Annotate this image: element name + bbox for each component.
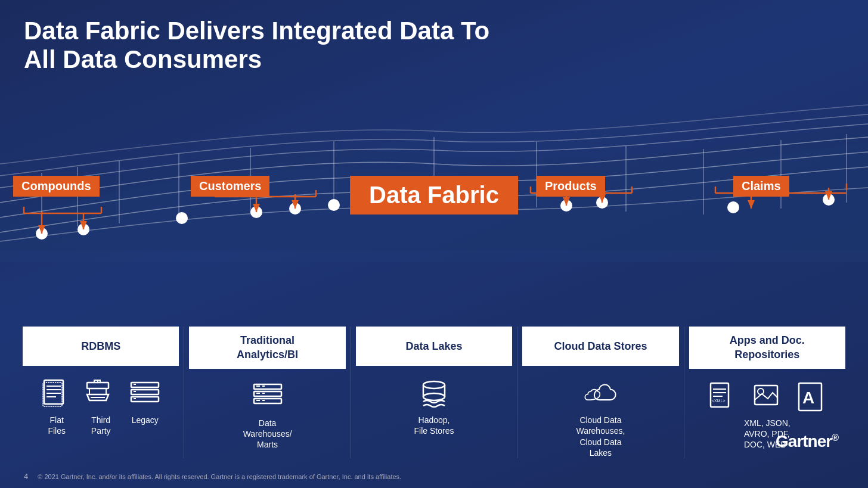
col-icons-analytics: DataWarehouses/Marts xyxy=(243,381,292,450)
svg-text:<XML>: <XML> xyxy=(712,399,726,403)
xml-doc-icon: <XML> xyxy=(707,381,739,413)
image-doc-icon xyxy=(751,381,783,413)
fabric-area: Compounds Customers Products Claims Data… xyxy=(0,83,868,262)
col-icons-rdbms: FlatFiles ThirdParty xyxy=(41,378,161,436)
icon-data-warehouses: DataWarehouses/Marts xyxy=(243,381,292,450)
legacy-icon xyxy=(129,378,161,410)
svg-rect-82 xyxy=(711,383,728,407)
svg-point-17 xyxy=(328,199,340,211)
slide: Data Fabric Delivers Integrated Data To … xyxy=(0,0,868,488)
gartner-logo: Gartner® xyxy=(776,432,838,451)
icon-legacy: Legacy xyxy=(129,378,161,425)
icon-third-party: ThirdParty xyxy=(85,378,117,436)
icon-flat-files: FlatFiles xyxy=(41,378,73,436)
slide-title: Data Fabric Delivers Integrated Data To … xyxy=(24,17,513,74)
data-warehouses-icon xyxy=(252,381,284,413)
svg-rect-50 xyxy=(44,380,63,404)
footer-left: 4 © 2021 Gartner, Inc. and/or its affili… xyxy=(24,472,401,481)
svg-rect-87 xyxy=(755,386,777,405)
icon-image-doc xyxy=(751,381,783,413)
fabric-center-label: Data Fabric xyxy=(350,176,518,215)
footer: 4 © 2021 Gartner, Inc. and/or its affili… xyxy=(24,472,844,481)
gartner-logo-area: Gartner® xyxy=(776,432,838,451)
legacy-label: Legacy xyxy=(132,415,159,425)
hadoop-icon xyxy=(418,378,450,410)
cloud-data-icon xyxy=(584,378,616,410)
column-analytics: TraditionalAnalytics/BI Da xyxy=(184,327,350,458)
col-header-analytics: TraditionalAnalytics/BI xyxy=(189,327,345,369)
badge-compounds: Compounds xyxy=(13,176,100,197)
bottom-section: RDBMS FlatFiles xyxy=(18,327,850,458)
svg-point-88 xyxy=(758,388,764,394)
copyright-text: © 2021 Gartner, Inc. and/or its affiliat… xyxy=(38,473,401,480)
flat-files-icon xyxy=(41,378,73,410)
icon-xml-doc: <XML> xyxy=(707,381,739,413)
icon-text-doc: A xyxy=(795,381,827,413)
column-cloud-stores: Cloud Data Stores Cloud DataWarehouses,C… xyxy=(517,327,683,458)
third-party-icon xyxy=(85,378,117,410)
col-icons-cloud-stores: Cloud DataWarehouses,Cloud DataLakes xyxy=(576,378,625,458)
column-data-lakes: Data Lakes Hadoop,File Stores xyxy=(351,327,517,458)
svg-point-81 xyxy=(423,393,445,400)
svg-point-20 xyxy=(727,201,739,213)
cloud-data-label: Cloud DataWarehouses,Cloud DataLakes xyxy=(576,415,625,458)
svg-point-14 xyxy=(176,212,188,224)
icon-cloud-data: Cloud DataWarehouses,Cloud DataLakes xyxy=(576,378,625,458)
svg-rect-56 xyxy=(87,383,108,388)
hadoop-label: Hadoop,File Stores xyxy=(414,415,454,436)
badge-customers: Customers xyxy=(191,176,269,197)
col-icons-apps-docs: <XML> A xyxy=(707,381,827,413)
data-warehouses-label: DataWarehouses/Marts xyxy=(243,418,292,450)
svg-point-78 xyxy=(423,381,445,388)
text-doc-icon: A xyxy=(795,381,827,413)
column-rdbms: RDBMS FlatFiles xyxy=(18,327,184,458)
badge-claims: Claims xyxy=(733,176,789,197)
col-icons-data-lakes: Hadoop,File Stores xyxy=(414,378,454,436)
page-number: 4 xyxy=(24,472,28,481)
third-party-label: ThirdParty xyxy=(91,415,111,436)
flat-files-label: FlatFiles xyxy=(48,415,66,436)
col-header-rdbms: RDBMS xyxy=(23,327,179,366)
svg-text:A: A xyxy=(802,388,814,407)
fabric-svg xyxy=(0,83,868,262)
icon-hadoop: Hadoop,File Stores xyxy=(414,378,454,436)
col-header-data-lakes: Data Lakes xyxy=(356,327,512,366)
col-header-cloud-stores: Cloud Data Stores xyxy=(522,327,678,366)
col-header-apps-docs: Apps and Doc.Repositories xyxy=(689,327,845,369)
badge-products: Products xyxy=(537,176,605,197)
